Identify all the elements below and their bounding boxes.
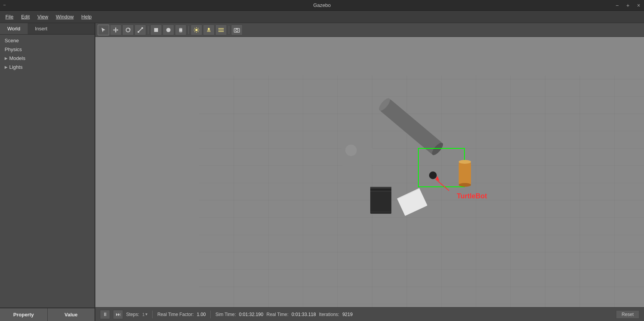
steps-dropdown[interactable]: 1 ▾: [142, 312, 148, 317]
svg-rect-31: [236, 28, 238, 29]
svg-point-14: [179, 28, 182, 29]
titlebar-controls: − + ×: [612, 0, 644, 11]
svg-rect-75: [370, 187, 391, 188]
svg-line-23: [198, 28, 199, 29]
tab-bar: World Insert: [0, 23, 95, 35]
svg-point-15: [179, 31, 182, 32]
real-time-label: Real Time:: [266, 312, 288, 317]
menu-view[interactable]: View: [33, 12, 52, 21]
pause-button[interactable]: ⏸: [100, 310, 110, 319]
svg-rect-63: [379, 98, 443, 155]
property-panel: Property Value: [0, 308, 95, 321]
select-tool-button[interactable]: [98, 25, 109, 35]
property-col-header: Property: [0, 312, 47, 318]
svg-marker-4: [113, 29, 114, 31]
toolbar-sep-1: [148, 26, 148, 34]
sim-time-label: Sim Time:: [215, 312, 236, 317]
left-panel: World Insert Scene Physics ▶ Models ▶ Li…: [0, 23, 95, 321]
step-forward-button[interactable]: ⏭: [113, 310, 123, 319]
sphere-tool-button[interactable]: [163, 25, 174, 35]
svg-rect-9: [141, 27, 143, 29]
svg-point-16: [195, 29, 198, 31]
point-light-button[interactable]: [191, 25, 202, 35]
toolbar-sep-2: [188, 26, 189, 34]
svg-marker-2: [115, 27, 116, 28]
svg-line-24: [195, 31, 195, 32]
tab-world[interactable]: World: [0, 23, 28, 34]
svg-line-69: [436, 179, 449, 191]
reset-button[interactable]: Reset: [616, 310, 639, 319]
svg-point-67: [345, 145, 357, 156]
real-time-value: 0:01:33.118: [291, 312, 316, 317]
steps-down-arrow[interactable]: ▾: [145, 312, 148, 317]
svg-line-21: [195, 28, 195, 29]
rod-object: [377, 96, 445, 157]
real-time-factor-label: Real Time Factor:: [157, 312, 194, 317]
sphere-object: [339, 139, 374, 173]
titlebar-maximize-button[interactable]: +: [622, 0, 633, 11]
tab-insert[interactable]: Insert: [28, 23, 55, 34]
dir-light-button[interactable]: [215, 25, 227, 35]
grid-svg: TurtleBot: [95, 37, 644, 307]
menu-help[interactable]: Help: [78, 12, 96, 21]
tree-models-label: Models: [9, 55, 25, 61]
paper-object: [397, 188, 428, 216]
turtlebot-label: TurtleBot: [457, 192, 487, 200]
svg-point-30: [236, 29, 238, 32]
tree-lights[interactable]: ▶ Lights: [0, 63, 95, 72]
cylinder-object: [459, 160, 471, 187]
title-bar: − Gazebo − + ×: [0, 0, 644, 11]
turtlebot-object: [429, 171, 449, 191]
svg-rect-11: [154, 28, 158, 32]
titlebar-close-button[interactable]: ×: [633, 0, 644, 11]
iterations-value: 9219: [342, 312, 353, 317]
tree-physics[interactable]: Physics: [0, 45, 95, 54]
svg-marker-5: [117, 29, 118, 31]
menu-edit[interactable]: Edit: [17, 12, 33, 21]
tree-models[interactable]: ▶ Models: [0, 54, 95, 63]
tree-panel: Scene Physics ▶ Models ▶ Lights: [0, 35, 95, 308]
models-arrow-icon: ▶: [5, 56, 8, 60]
status-sep-2: [210, 311, 211, 318]
value-col-header: Value: [48, 312, 95, 318]
menu-window[interactable]: Window: [52, 12, 77, 21]
screenshot-button[interactable]: [231, 25, 243, 35]
svg-line-22: [198, 31, 199, 32]
status-sep-1: [152, 311, 153, 318]
svg-point-12: [166, 28, 171, 32]
tree-scene[interactable]: Scene: [0, 36, 95, 45]
svg-rect-10: [138, 31, 139, 33]
svg-point-68: [429, 171, 437, 179]
rotate-tool-button[interactable]: [122, 25, 134, 35]
scale-tool-button[interactable]: [135, 25, 146, 35]
viewport[interactable]: TurtleBot: [95, 23, 644, 321]
steps-label: Steps:: [126, 312, 139, 317]
svg-rect-76: [370, 189, 391, 190]
status-bar: ⏸ ⏭ Steps: 1 ▾ Real Time Factor: 1.00 Si…: [95, 307, 644, 321]
svg-rect-71: [459, 162, 471, 185]
menu-file[interactable]: File: [2, 12, 17, 21]
cylinder-tool-button[interactable]: [175, 25, 186, 35]
scene-canvas[interactable]: TurtleBot: [95, 37, 644, 307]
toolbar-sep-3: [229, 26, 229, 34]
svg-marker-3: [115, 32, 116, 33]
translate-tool-button[interactable]: [110, 25, 121, 35]
box-object: [370, 187, 391, 214]
box-tool-button[interactable]: [150, 25, 162, 35]
svg-rect-79: [397, 188, 428, 216]
steps-value: 1: [142, 312, 145, 317]
svg-marker-7: [129, 29, 131, 30]
sim-time-value: 0:01:32.190: [239, 312, 263, 317]
minimize-icon[interactable]: −: [3, 2, 6, 8]
svg-point-25: [208, 28, 210, 30]
window-title: Gazebo: [313, 2, 331, 8]
real-time-factor-value: 1.00: [197, 312, 206, 317]
svg-rect-77: [370, 191, 391, 192]
tree-lights-label: Lights: [9, 64, 23, 70]
spot-light-button[interactable]: [203, 25, 215, 35]
titlebar-minimize-button[interactable]: −: [612, 0, 622, 11]
main-content: World Insert Scene Physics ▶ Models ▶ Li…: [0, 23, 644, 321]
menu-bar: File Edit View Window Help: [0, 11, 644, 23]
svg-point-72: [459, 160, 471, 164]
lights-arrow-icon: ▶: [5, 65, 8, 69]
